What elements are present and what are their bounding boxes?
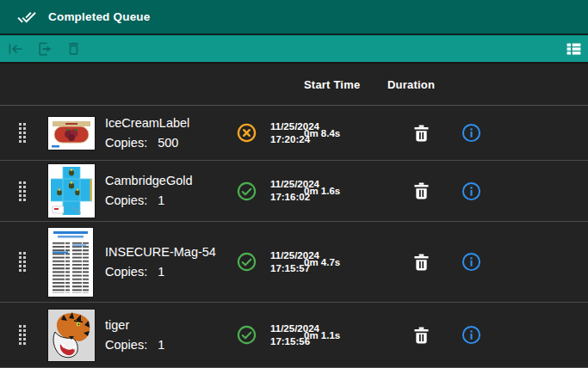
queue-row-tiger[interactable]: tiger Copies:1 11/25/202417:15:56 0m 1.1… <box>0 303 588 368</box>
job-name: IceCreamLabel <box>105 113 222 133</box>
job-name: INSECURE-Mag-54 <box>105 242 222 262</box>
info-icon[interactable] <box>461 181 481 201</box>
start-time-cell: 11/25/202417:15:57 <box>270 249 304 275</box>
column-start-time: Start Time <box>304 78 387 91</box>
copies-line: Copies:1 <box>105 335 222 355</box>
queue-row-cambridgegold[interactable]: CambridgeGold Copies:1 11/25/202417:16:0… <box>0 161 588 222</box>
queue-row-icecreamlabel[interactable]: IceCreamLabel Copies:500 11/25/202417:20… <box>0 106 588 161</box>
move-to-top-icon[interactable] <box>5 39 26 59</box>
queue-row-insecure-mag-54[interactable]: INSECURE-Mag-54 Copies:1 11/25/202417:15… <box>0 222 588 303</box>
copies-value: 1 <box>158 338 164 352</box>
duration-cell: 0m 8.4s <box>304 128 387 138</box>
info-icon[interactable] <box>461 325 481 345</box>
titlebar: Completed Queue <box>0 0 588 35</box>
job-name: tiger <box>105 316 222 335</box>
completed-queue-window: Completed Queue Start Time Duration <box>0 0 588 368</box>
duration-cell: 0m 1.6s <box>304 186 387 196</box>
page-title: Completed Queue <box>48 10 151 23</box>
thumbnail-icecreamlabel <box>38 117 98 150</box>
queue-toolbar <box>0 35 588 62</box>
status-completed-icon <box>222 181 270 201</box>
start-time-cell: 11/25/202417:16:02 <box>270 178 304 204</box>
thumbnail-cambridgegold <box>38 164 98 218</box>
drag-handle[interactable] <box>19 123 26 143</box>
double-check-icon <box>17 8 36 27</box>
list-view-icon[interactable] <box>563 38 585 59</box>
table-header: Start Time Duration <box>0 62 588 106</box>
delete-job-icon[interactable] <box>414 182 429 199</box>
drag-handle[interactable] <box>19 181 26 201</box>
info-icon[interactable] <box>461 252 481 272</box>
info-icon[interactable] <box>461 123 481 143</box>
start-time-cell: 11/25/202417:20:24 <box>270 120 304 146</box>
delete-icon[interactable] <box>64 39 84 58</box>
drag-handle[interactable] <box>19 252 26 272</box>
column-duration: Duration <box>387 78 455 91</box>
move-out-icon[interactable] <box>34 39 55 59</box>
start-time-cell: 11/25/202417:15:56 <box>270 322 304 348</box>
drag-handle[interactable] <box>19 325 26 345</box>
copies-line: Copies:1 <box>105 262 222 282</box>
copies-value: 1 <box>158 265 164 279</box>
thumbnail-insecure-mag <box>38 228 98 297</box>
copies-line: Copies:1 <box>105 191 222 211</box>
status-completed-icon <box>222 325 270 345</box>
delete-job-icon[interactable] <box>414 327 429 344</box>
status-cancelled-icon <box>222 123 270 143</box>
delete-job-icon[interactable] <box>414 125 429 142</box>
delete-job-icon[interactable] <box>414 254 429 271</box>
copies-value: 500 <box>158 136 178 150</box>
status-completed-icon <box>222 252 270 272</box>
duration-cell: 0m 4.7s <box>304 257 387 267</box>
duration-cell: 0m 1.1s <box>304 330 387 340</box>
copies-line: Copies:500 <box>105 133 222 153</box>
thumbnail-tiger <box>38 310 98 361</box>
job-name: CambridgeGold <box>105 171 222 191</box>
copies-value: 1 <box>158 193 164 207</box>
